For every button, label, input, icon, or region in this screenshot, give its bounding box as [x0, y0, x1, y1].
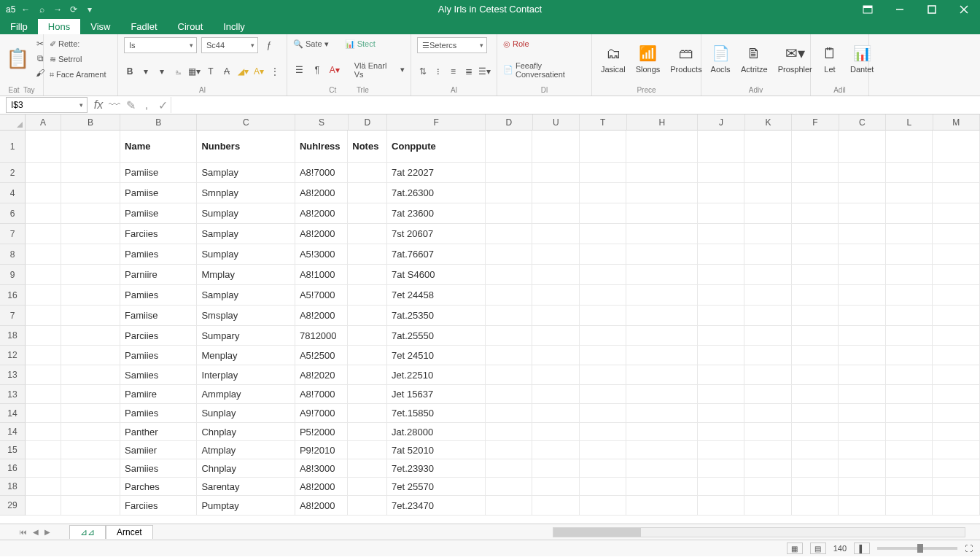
- underline-icon[interactable]: ⎁: [172, 65, 184, 78]
- data-cell[interactable]: [626, 163, 698, 183]
- data-cell[interactable]: 7at.26300: [387, 183, 486, 203]
- data-cell[interactable]: [532, 265, 580, 285]
- cancel-formula-icon[interactable]: 〰: [106, 97, 122, 113]
- chevron-down-icon[interactable]: ▾: [156, 65, 168, 78]
- data-cell[interactable]: [886, 265, 933, 285]
- data-cell[interactable]: [61, 423, 120, 441]
- data-cell[interactable]: [348, 365, 387, 385]
- data-cell[interactable]: Ammplay: [197, 385, 295, 404]
- data-cell[interactable]: [348, 441, 387, 459]
- column-header[interactable]: A: [26, 114, 61, 131]
- ribbon-display-icon[interactable]: [852, 0, 884, 18]
- data-cell[interactable]: [792, 265, 839, 285]
- products-button[interactable]: 🗃Products: [667, 42, 704, 75]
- data-cell[interactable]: [698, 365, 745, 385]
- paste-icon[interactable]: 📋: [6, 42, 29, 74]
- data-cell[interactable]: [886, 244, 933, 265]
- data-cell[interactable]: 7at 23600: [387, 203, 486, 224]
- data-cell[interactable]: [626, 385, 698, 404]
- data-cell[interactable]: [61, 365, 120, 385]
- data-cell[interactable]: [486, 423, 533, 441]
- data-cell[interactable]: [933, 306, 980, 326]
- row-header[interactable]: 1: [0, 131, 26, 163]
- data-cell[interactable]: [698, 385, 745, 404]
- wrap-text-button[interactable]: Vlä Enarl Vs ▾: [354, 63, 405, 77]
- data-cell[interactable]: [348, 459, 387, 478]
- data-cell[interactable]: [792, 285, 839, 306]
- data-cell[interactable]: [792, 224, 839, 244]
- data-cell[interactable]: Pumptay: [197, 496, 295, 516]
- data-cell[interactable]: [532, 326, 580, 346]
- data-cell[interactable]: [792, 183, 839, 203]
- data-cell[interactable]: 7812000: [295, 326, 348, 346]
- data-cell[interactable]: [839, 285, 886, 306]
- data-cell[interactable]: 7at.25550: [387, 326, 486, 346]
- data-cell[interactable]: [26, 365, 61, 385]
- comma-icon[interactable]: ,: [139, 97, 155, 113]
- bold-icon[interactable]: B: [124, 65, 136, 78]
- data-cell[interactable]: [626, 285, 698, 306]
- data-cell[interactable]: [626, 365, 698, 385]
- data-cell[interactable]: [26, 203, 61, 224]
- data-cell[interactable]: Samiier: [120, 441, 197, 459]
- retle-button[interactable]: ✐Rette:: [50, 37, 112, 50]
- data-cell[interactable]: A8!2000: [295, 306, 348, 326]
- data-cell[interactable]: [698, 346, 745, 365]
- row-header[interactable]: 16: [0, 459, 26, 478]
- column-header[interactable]: L: [886, 114, 933, 131]
- data-cell[interactable]: [61, 224, 120, 244]
- data-cell[interactable]: [532, 385, 580, 404]
- data-cell[interactable]: [839, 163, 886, 183]
- header-cell[interactable]: [886, 131, 933, 163]
- data-cell[interactable]: [839, 203, 886, 224]
- data-cell[interactable]: [744, 404, 792, 423]
- data-cell[interactable]: Parniire: [120, 265, 197, 285]
- data-cell[interactable]: Sunplay: [197, 404, 295, 423]
- data-cell[interactable]: A8!3000: [295, 459, 348, 478]
- data-cell[interactable]: [26, 285, 61, 306]
- row-header[interactable]: 14: [0, 423, 26, 441]
- data-cell[interactable]: [886, 385, 933, 404]
- data-cell[interactable]: [486, 385, 533, 404]
- select-all-corner[interactable]: [0, 114, 26, 131]
- data-cell[interactable]: [532, 346, 580, 365]
- data-cell[interactable]: Famiise: [120, 306, 197, 326]
- row-header[interactable]: 29: [0, 496, 26, 516]
- data-cell[interactable]: [626, 423, 698, 441]
- data-cell[interactable]: [580, 306, 627, 326]
- data-cell[interactable]: [26, 459, 61, 478]
- data-cell[interactable]: [26, 183, 61, 203]
- data-cell[interactable]: Samplay: [197, 224, 295, 244]
- data-cell[interactable]: [532, 183, 580, 203]
- data-cell[interactable]: [486, 459, 533, 478]
- data-cell[interactable]: [792, 346, 839, 365]
- formula-input[interactable]: [171, 97, 980, 113]
- data-cell[interactable]: A9!7000: [295, 404, 348, 423]
- data-cell[interactable]: Pamiise: [120, 163, 197, 183]
- data-cell[interactable]: [792, 423, 839, 441]
- data-cell[interactable]: [744, 306, 792, 326]
- indent-icon[interactable]: ¶: [311, 63, 324, 77]
- data-cell[interactable]: [580, 224, 627, 244]
- data-cell[interactable]: [486, 265, 533, 285]
- data-cell[interactable]: Sumplay: [197, 244, 295, 265]
- data-cell[interactable]: [626, 478, 698, 496]
- data-cell[interactable]: P9!2010: [295, 441, 348, 459]
- data-cell[interactable]: [744, 346, 792, 365]
- data-cell[interactable]: [792, 163, 839, 183]
- tab-data[interactable]: Cirout: [168, 19, 214, 34]
- column-header[interactable]: H: [627, 114, 699, 131]
- data-cell[interactable]: [792, 326, 839, 346]
- aocla-button[interactable]: 📄Aocls: [707, 42, 734, 75]
- row-header[interactable]: 13: [0, 385, 26, 404]
- data-cell[interactable]: [26, 244, 61, 265]
- data-cell[interactable]: Panther: [120, 423, 197, 441]
- data-cell[interactable]: [532, 285, 580, 306]
- data-cell[interactable]: Samiies: [120, 365, 197, 385]
- data-cell[interactable]: [839, 224, 886, 244]
- data-cell[interactable]: Sarentay: [197, 478, 295, 496]
- data-cell[interactable]: [61, 385, 120, 404]
- data-cell[interactable]: 7et 24510: [387, 346, 486, 365]
- data-cell[interactable]: [886, 203, 933, 224]
- data-cell[interactable]: [61, 306, 120, 326]
